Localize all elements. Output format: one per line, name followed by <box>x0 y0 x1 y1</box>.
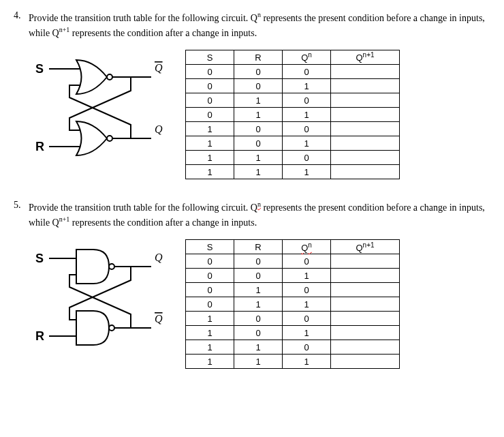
table-row: 110 <box>186 340 400 355</box>
problem-prompt: 4. Provide the transition truth table fo… <box>14 10 490 40</box>
svg-point-0 <box>107 74 112 80</box>
col-qn1: Qn+1 <box>331 50 400 65</box>
svg-point-1 <box>107 136 112 141</box>
truth-table-5: S R Qn Qn+1 000 001 010 011 100 101 110 … <box>185 239 400 369</box>
input-s-label: S <box>35 252 44 265</box>
input-r-label: R <box>35 140 44 153</box>
col-qn1: Qn+1 <box>331 240 400 254</box>
col-qn: Qn <box>283 50 331 65</box>
table-header-row: S R Qn Qn+1 <box>186 240 400 254</box>
table-row: 011 <box>186 108 400 122</box>
output-qbar-label: Q <box>155 62 163 74</box>
table-row: 111 <box>186 355 400 369</box>
table-row: 000 <box>186 254 400 269</box>
input-r-label: R <box>35 329 44 343</box>
output-q-label: Q <box>155 252 163 263</box>
table-row: 001 <box>186 79 400 93</box>
circuit-diagram-nor-latch: S R Q Q <box>29 50 185 168</box>
truth-table-4: S R Qn Qn+1 000 001 010 011 100 101 110 … <box>185 50 400 179</box>
table-row: 010 <box>186 283 400 297</box>
problem-4: 4. Provide the transition truth table fo… <box>14 10 490 179</box>
table-header-row: S R Qn Qn+1 <box>186 50 400 65</box>
table-row: 001 <box>186 269 400 283</box>
col-qn: Qn <box>283 240 331 254</box>
problem-5: 5. Provide the transition truth table fo… <box>14 200 490 369</box>
table-row: 101 <box>186 326 400 340</box>
problem-text: Provide the transition truth table for t… <box>29 10 490 40</box>
col-s: S <box>186 50 234 65</box>
problem-number: 4. <box>14 10 29 21</box>
table-row: 101 <box>186 136 400 151</box>
col-s: S <box>186 240 234 254</box>
table-row: 110 <box>186 151 400 165</box>
output-q-label: Q <box>155 123 163 135</box>
table-row: 011 <box>186 297 400 312</box>
problem-prompt: 5. Provide the transition truth table fo… <box>14 200 490 229</box>
table-row: 100 <box>186 312 400 326</box>
table-row: 100 <box>186 122 400 136</box>
svg-point-7 <box>109 325 114 331</box>
problem-text: Provide the transition truth table for t… <box>29 200 490 229</box>
col-r: R <box>234 240 283 254</box>
input-s-label: S <box>35 62 44 76</box>
table-row: 111 <box>186 165 400 179</box>
svg-point-6 <box>109 264 114 269</box>
table-row: 000 <box>186 65 400 79</box>
col-r: R <box>234 50 283 65</box>
problem-number: 5. <box>14 200 29 211</box>
table-row: 010 <box>186 93 400 108</box>
circuit-diagram-nand-latch: S R Q Q <box>29 239 185 358</box>
output-qbar-label: Q <box>155 313 163 325</box>
